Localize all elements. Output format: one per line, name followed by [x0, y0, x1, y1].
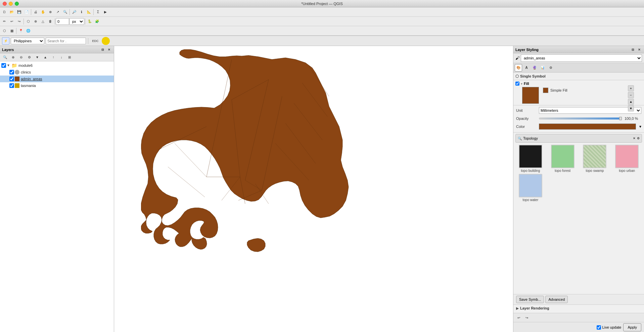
map-canvas[interactable] [114, 46, 513, 332]
text-tab[interactable]: A [523, 64, 530, 72]
fill-preview-swatch[interactable] [522, 87, 539, 104]
undo-style-button[interactable]: ↩ [515, 314, 522, 321]
measure-button[interactable]: 📐 [85, 8, 93, 16]
style-quick-button[interactable] [102, 37, 110, 45]
layers-search-button[interactable]: 🔍 [1, 54, 9, 61]
search-input[interactable] [46, 38, 86, 44]
save-symbol-button[interactable]: Save Symb... [516, 296, 544, 303]
toolbar-row-1: 🗋 📂 💾 📄 🖨 ✋ ⊕ ↗ 🔍 🔎 ℹ 📐 Σ ▶ [0, 7, 644, 17]
apply-button[interactable]: Apply [623, 323, 641, 331]
layer-group-checkbox[interactable] [1, 63, 6, 68]
layer-item-tasmania[interactable]: tasmania [0, 82, 114, 89]
layers-expand-button[interactable]: ▲ [42, 54, 49, 61]
remove-fill-button[interactable]: − [628, 92, 634, 98]
save-project-button[interactable]: 💾 [15, 8, 23, 16]
color-dropdown-button[interactable]: ▾ [639, 124, 641, 129]
minimize-button[interactable] [9, 2, 13, 6]
layer-name-select[interactable]: admin_areas [521, 54, 642, 62]
layer-rendering-section: ▶ Layer Rendering [513, 304, 644, 313]
zoom-in-button[interactable]: 🔍 [61, 8, 69, 16]
layer-styling-title: Layer Styling [515, 48, 539, 52]
digitize-button[interactable]: ⬡ [25, 18, 32, 25]
tasmania-path [247, 238, 265, 252]
topology-clear-icon[interactable]: ✕ [633, 137, 636, 140]
new-project-button[interactable]: 🗋 [1, 8, 8, 16]
layers-remove-button[interactable]: ⊖ [17, 54, 25, 61]
fill-down-button[interactable]: ▼ [628, 105, 634, 111]
layer-item-clinics[interactable]: clinics [0, 69, 114, 76]
edit-pencil-button[interactable]: ✏ [1, 18, 8, 25]
admin-areas-checkbox[interactable] [9, 77, 14, 81]
simple-fill-item[interactable]: Simple Fill [542, 87, 569, 94]
raster-button[interactable]: ▦ [8, 27, 15, 35]
zoom-unit-select[interactable]: px [69, 18, 84, 25]
save-as-button[interactable]: 📄 [23, 8, 30, 16]
add-fill-button[interactable]: + [628, 85, 634, 91]
style-item-topo-urban[interactable]: topo urban [612, 145, 642, 173]
color-tab[interactable]: 🎨 [515, 64, 522, 72]
opacity-slider[interactable] [539, 117, 622, 120]
snap-enable-button[interactable]: ⚡ [2, 37, 9, 45]
snap-button[interactable]: ⊕ [32, 18, 39, 25]
calculator-button[interactable]: Σ [94, 8, 102, 16]
layer-item-admin-areas[interactable]: admin_areas [0, 76, 114, 82]
layers-panel-options[interactable]: ⊟ [100, 47, 105, 52]
symbol-type-icon: ⬡ [515, 74, 519, 79]
vertex-tool-button[interactable]: △ [39, 18, 47, 25]
edit-mode-button[interactable]: EDC [90, 37, 100, 45]
rendering-collapse-icon[interactable]: ▶ [516, 306, 519, 310]
georef-button[interactable]: 📍 [17, 27, 25, 35]
print-layout-button[interactable]: 🖨 [32, 8, 39, 16]
redo-style-button[interactable]: ↪ [523, 314, 530, 321]
zoom-out-button[interactable]: 🔎 [71, 8, 78, 16]
blending-tab[interactable]: 🔮 [531, 64, 538, 72]
undo-button[interactable]: ↩ [8, 18, 15, 25]
redo-button[interactable]: ↪ [15, 18, 23, 25]
style-item-topo-building[interactable]: topo building [515, 145, 546, 173]
plugin-button[interactable]: 🧩 [93, 18, 101, 25]
color-picker[interactable] [539, 124, 636, 130]
vector-tools-button[interactable]: ⬡ [1, 27, 8, 35]
select-button[interactable]: ↗ [54, 8, 61, 16]
tasmania-checkbox[interactable] [9, 83, 14, 88]
advanced-button[interactable]: Advanced [545, 296, 568, 303]
topology-menu-icon[interactable]: ⚙ [637, 137, 640, 140]
properties-tab[interactable]: ⚙ [547, 64, 554, 72]
fill-up-button[interactable]: ▲ [628, 99, 634, 105]
live-update-checkbox[interactable] [597, 325, 601, 330]
layers-up-button[interactable]: ↑ [50, 54, 57, 61]
layers-down-button[interactable]: ↓ [58, 54, 65, 61]
clinics-checkbox[interactable] [9, 70, 14, 75]
topo-swamp-label: topo swamp [586, 169, 604, 173]
layers-collapse-button[interactable]: ▼ [34, 54, 41, 61]
histogram-tab[interactable]: 📊 [539, 64, 546, 72]
close-button[interactable] [3, 2, 7, 6]
zoom-value-input[interactable]: 0 [56, 18, 69, 25]
layers-filter-button[interactable]: ⚙ [26, 54, 33, 61]
layers-add-button[interactable]: ⊕ [9, 54, 17, 61]
delete-button[interactable]: 🗑 [47, 18, 54, 25]
python-button[interactable]: 🐍 [86, 18, 93, 25]
location-select[interactable]: Philippines [11, 38, 44, 44]
unit-select[interactable]: Millimeters [539, 107, 641, 114]
open-project-button[interactable]: 📂 [8, 8, 15, 16]
layers-options-button[interactable]: ⊞ [66, 54, 73, 61]
topology-search-input[interactable] [523, 136, 632, 140]
styling-panel-options[interactable]: ⊟ [630, 47, 636, 52]
more-tools-button[interactable]: ▶ [102, 8, 109, 16]
styling-panel-close[interactable]: ✕ [637, 47, 642, 52]
layer-group-item[interactable]: ▼ 📁 module6 [0, 62, 114, 69]
maximize-button[interactable] [15, 2, 19, 6]
style-item-topo-forest[interactable]: topo forest [548, 145, 578, 173]
style-item-topo-swamp[interactable]: topo swamp [580, 145, 610, 173]
style-item-topo-water[interactable]: topo water [515, 174, 546, 202]
add-layer-button[interactable]: ⊕ [47, 8, 54, 16]
globe-button[interactable]: 🌐 [25, 27, 32, 35]
pan-button[interactable]: ✋ [39, 8, 47, 16]
layers-panel-close[interactable]: ✕ [106, 47, 112, 52]
styling-content: ⬡ Single Symbol ▾ Fill [513, 73, 644, 332]
fill-enabled-checkbox[interactable] [515, 82, 519, 86]
styling-main: ⬡ Single Symbol ▾ Fill [513, 73, 644, 332]
layer-group-label: module6 [18, 63, 33, 67]
identify-button[interactable]: ℹ [78, 8, 85, 16]
